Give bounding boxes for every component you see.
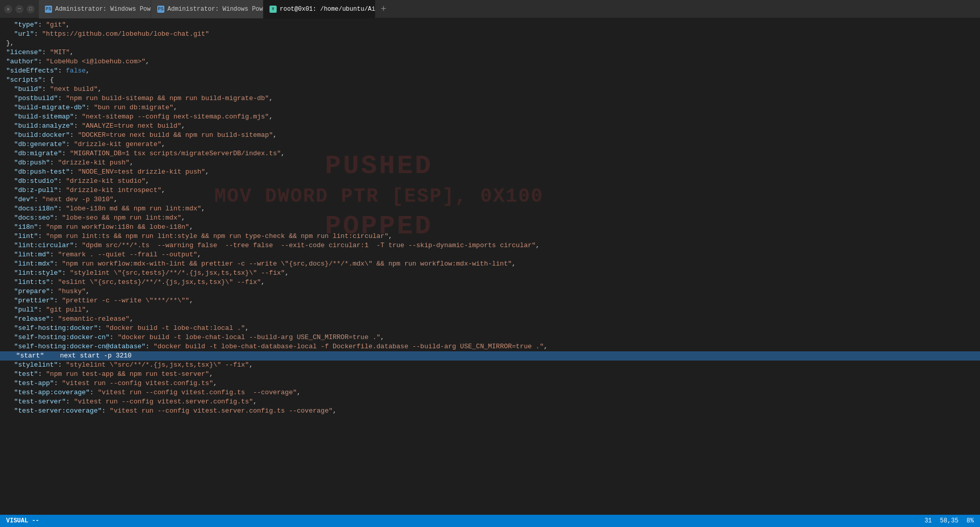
code-line-5: "author": "LobeHub <i@lobehub.com>",	[0, 57, 980, 66]
code-line-11: "build-sitemap": "next-sitemap --config …	[0, 112, 980, 122]
code-line-40: "test-app": "vitest run --config vitest.…	[0, 379, 980, 388]
tab-2-icon: PS	[157, 6, 164, 13]
code-line-31: "prettier": "prettier -c --write \"***/*…	[0, 296, 980, 305]
close-button[interactable]: ✕	[4, 5, 12, 13]
status-percent: 8%	[967, 517, 974, 524]
tab-1[interactable]: PS Administrator: Windows Power... ✕	[39, 0, 151, 18]
code-line-9: "postbuild": "npm run build-sitemap && n…	[0, 94, 980, 103]
maximize-button[interactable]: □	[27, 5, 35, 13]
code-line-19: "db:z-pull": "drizzle-kit introspect",	[0, 186, 980, 195]
code-line-4: "license": "MIT",	[0, 48, 980, 57]
vim-mode: VISUAL --	[6, 517, 39, 524]
code-line-7: "scripts": {	[0, 76, 980, 85]
tab-2-label: Administrator: Windows Power...	[167, 6, 263, 13]
code-line-18: "db:studio": "drizzle-kit studio",	[0, 177, 980, 186]
code-line-34: "self-hosting:docker": "docker build -t …	[0, 324, 980, 333]
tab-bar: PS Administrator: Windows Power... ✕ PS …	[39, 0, 976, 18]
code-line-27: "lint:mdx": "npm run workflow:mdx-with-l…	[0, 259, 980, 269]
code-line-32: "pull": "git pull",	[0, 305, 980, 315]
status-left: VISUAL --	[6, 517, 39, 524]
terminal: PUSHED MOV DWORD PTR [ESP], 0X100 POPPED…	[0, 18, 980, 515]
code-line-3: },	[0, 39, 980, 48]
code-line-6: "sideEffects": false,	[0, 66, 980, 76]
code-line-1: "type": "git",	[0, 20, 980, 30]
code-line-12: "build:analyze": "ANALYZE=true next buil…	[0, 122, 980, 131]
tab-3-label: root@0x01: /home/ubuntu/Ai	[280, 6, 375, 13]
status-bar: VISUAL -- 31 58,35 8%	[0, 515, 980, 527]
code-line-26: "lint:md": "remark . --quiet --frail --o…	[0, 250, 980, 259]
code-line-13: "build:docker": "DOCKER=true next build …	[0, 131, 980, 140]
code-line-23: "i18n": "npm run workflow:i18n && lobe-i…	[0, 223, 980, 232]
code-line-14: "db:generate": "drizzle-kit generate",	[0, 140, 980, 149]
code-line-22: "docs:seo": "lobe-seo && npm run lint:md…	[0, 213, 980, 223]
code-line-8: "build": "next build",	[0, 85, 980, 94]
status-line: 31	[924, 517, 932, 524]
tab-3-icon: T	[270, 6, 277, 13]
code-line-41: "test-app:coverage": "vitest run --confi…	[0, 388, 980, 397]
code-line-36: "self-hosting:docker-cn@database": "dock…	[0, 342, 980, 351]
code-line-16: "db:push": "drizzle-kit push",	[0, 158, 980, 167]
status-right: 31 58,35 8%	[924, 517, 974, 524]
code-line-10: "build-migrate-db": "bun run db:migrate"…	[0, 103, 980, 112]
status-col: 58,35	[940, 517, 959, 524]
window-controls: ✕ ─ □	[4, 5, 35, 13]
code-line-43: "test-server:coverage": "vitest run --co…	[0, 406, 980, 416]
tab-3[interactable]: T root@0x01: /home/ubuntu/Ai ✕	[263, 0, 376, 18]
code-line-24: "lint": "npm run lint:ts && npm run lint…	[0, 232, 980, 241]
code-line-17: "db:push-test": "NODE_ENV=test drizzle-k…	[0, 167, 980, 177]
new-tab-button[interactable]: +	[376, 0, 391, 18]
code-line-42: "test-server": "vitest run --config vite…	[0, 397, 980, 406]
code-line-20: "dev": "next dev -p 3010",	[0, 195, 980, 204]
code-line-15: "db:migrate": "MIGRATION_DB=1 tsx script…	[0, 149, 980, 158]
code-line-33: "release": "semantic-release",	[0, 315, 980, 324]
maximize-icon: □	[29, 6, 32, 12]
tab-1-icon: PS	[45, 6, 52, 13]
code-line-29: "lint:ts": "eslint \"{src,tests}/**/*.{j…	[0, 278, 980, 287]
browser-chrome: ✕ ─ □ PS Administrator: Windows Power...…	[0, 0, 980, 18]
code-line-38: "stylelint": "stylelint \"src/**/*.{js,j…	[0, 361, 980, 370]
code-line-30: "prepare": "husky",	[0, 287, 980, 296]
code-line-28: "lint:style": "stylelint \"{src,tests}/*…	[0, 269, 980, 278]
code-line-37-selected: "start" next start -p 3210	[0, 351, 980, 361]
code-line-2: "url": "https://github.com/lobehub/lobe-…	[0, 30, 980, 39]
tab-2[interactable]: PS Administrator: Windows Power... ✕	[151, 0, 263, 18]
code-line-21: "docs:i18n": "lobe-i18n md && npm run li…	[0, 204, 980, 213]
code-line-25: "lint:circular": "dpdm src/**/*.ts --war…	[0, 241, 980, 250]
code-line-39: "test": "npm run test-app && npm run tes…	[0, 370, 980, 379]
code-line-35: "self-hosting:docker-cn": "docker build …	[0, 333, 980, 342]
close-icon: ✕	[7, 6, 10, 12]
tab-1-label: Administrator: Windows Power...	[55, 6, 151, 13]
minimize-icon: ─	[18, 6, 21, 12]
minimize-button[interactable]: ─	[15, 5, 23, 13]
plus-icon: +	[381, 4, 386, 14]
